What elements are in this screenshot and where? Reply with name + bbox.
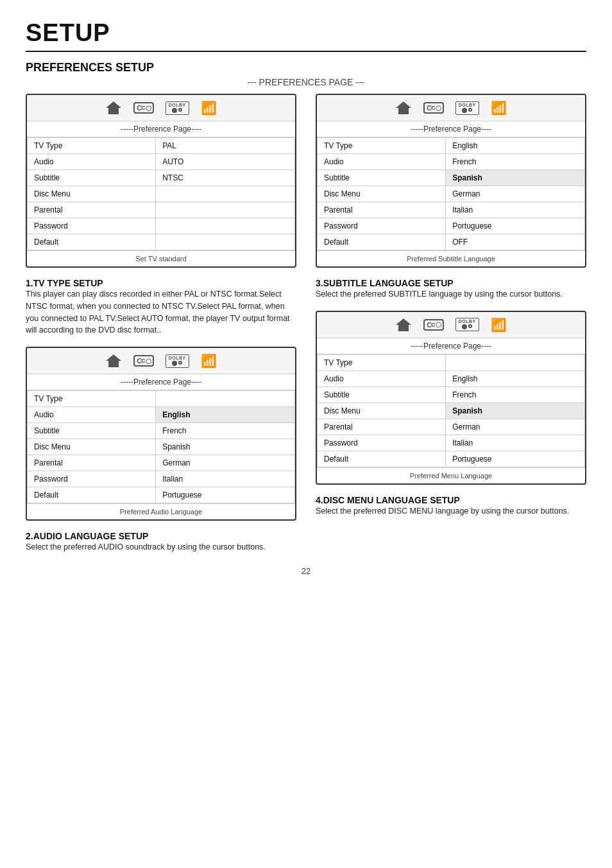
- table-row: Audio French: [318, 154, 585, 170]
- value-default: OFF: [446, 234, 585, 250]
- screen4-table: TV Type Audio English Subtitle French Di…: [317, 354, 585, 467]
- screen4: CC ◯ DOLBY 📶 -----Preference Page---- TV…: [316, 311, 586, 485]
- home-icon: [105, 354, 122, 368]
- value-audio: French: [446, 154, 585, 170]
- value-discmenu: Spanish: [156, 439, 295, 455]
- svg-marker-1: [106, 354, 121, 367]
- cc-icon: CC ◯: [423, 319, 443, 331]
- svg-marker-3: [396, 318, 411, 331]
- cc-icon: CC ◯: [423, 102, 443, 114]
- page-number: 22: [26, 566, 586, 576]
- value-tvtype: PAL: [156, 138, 295, 154]
- label-subtitle: Subtitle: [318, 386, 446, 403]
- value-subtitle: French: [156, 423, 295, 439]
- section3-title: 3.SUBTITLE LANGUAGE SETUP: [316, 278, 586, 288]
- table-row: Disc Menu Spanish: [28, 439, 295, 455]
- label-parental: Parental: [318, 419, 446, 435]
- section1: 1.TV TYPE SETUP This player can play dis…: [26, 278, 296, 336]
- label-tvtype: TV Type: [318, 354, 446, 370]
- label-discmenu: Disc Menu: [28, 439, 156, 455]
- value-default: Portuguese: [156, 487, 295, 503]
- table-row: TV Type PAL: [28, 138, 295, 154]
- table-row: Password Portuguese: [318, 218, 585, 234]
- label-discmenu: Disc Menu: [318, 186, 446, 202]
- value-default: Portuguese: [446, 451, 585, 467]
- home-icon: [395, 101, 412, 115]
- table-row: Default OFF: [318, 234, 585, 250]
- screen2-footer: Preferred Subtitle Language: [317, 250, 585, 266]
- screen3-header: -----Preference Page----: [27, 374, 295, 390]
- table-row: TV Type: [28, 391, 295, 407]
- label-discmenu: Disc Menu: [318, 403, 446, 419]
- title-divider: [26, 51, 586, 52]
- remote-icon: 📶: [491, 100, 507, 116]
- home-icon: [105, 101, 122, 115]
- value-password: Portuguese: [446, 218, 585, 234]
- value-password: Italian: [446, 435, 585, 451]
- label-default: Default: [28, 234, 156, 250]
- table-row: TV Type English: [318, 138, 585, 154]
- value-subtitle: Spanish: [446, 170, 585, 186]
- cc-icon: CC ◯: [133, 102, 153, 114]
- remote-icon: 📶: [201, 100, 217, 116]
- table-row: Password Italian: [318, 435, 585, 451]
- home-icon: [395, 318, 412, 332]
- label-audio: Audio: [28, 154, 156, 170]
- value-audio: English: [446, 370, 585, 386]
- value-discmenu: Spanish: [446, 403, 585, 419]
- value-default: [156, 234, 295, 250]
- screen3-table: TV Type Audio English Subtitle French Di…: [27, 390, 295, 503]
- table-row: Subtitle Spanish: [318, 170, 585, 186]
- label-password: Password: [28, 471, 156, 487]
- dolby-icon: DOLBY: [166, 354, 189, 368]
- table-row: Audio English: [318, 370, 585, 386]
- table-row: Audio English: [28, 407, 295, 423]
- label-subtitle: Subtitle: [28, 170, 156, 186]
- table-row: Parental German: [318, 419, 585, 435]
- table-row: Password Italian: [28, 471, 295, 487]
- section2-body: Select the preferred AUDIO soundtrack by…: [26, 541, 296, 553]
- value-parental: [156, 202, 295, 218]
- label-password: Password: [318, 435, 446, 451]
- section1-body: This player can play discs recorded in e…: [26, 288, 296, 336]
- label-password: Password: [28, 218, 156, 234]
- section3: 3.SUBTITLE LANGUAGE SETUP Select the pre…: [316, 278, 586, 300]
- screen1-footer: Set TV standard: [27, 250, 295, 266]
- value-password: Italian: [156, 471, 295, 487]
- label-subtitle: Subtitle: [28, 423, 156, 439]
- value-tvtype: [446, 354, 585, 370]
- table-row: Subtitle French: [28, 423, 295, 439]
- dolby-icon: DOLBY: [455, 318, 479, 331]
- remote-icon: 📶: [491, 317, 507, 333]
- section1-title: 1.TV TYPE SETUP: [26, 278, 296, 288]
- screen3-footer: Preferred Audio Language: [27, 503, 295, 519]
- table-row: Audio AUTO: [28, 154, 295, 170]
- table-row: Disc Menu: [28, 186, 295, 202]
- value-subtitle: NTSC: [156, 170, 295, 186]
- screen1: CC ◯ DOLBY 📶 -----Preference Page---- TV…: [26, 94, 296, 268]
- svg-marker-0: [106, 101, 121, 114]
- value-tvtype: [156, 391, 295, 407]
- screen3: CC ◯ DOLBY 📶 -----Preference Page---- TV…: [26, 347, 296, 521]
- table-row: Subtitle French: [318, 386, 585, 403]
- label-default: Default: [28, 487, 156, 503]
- screen2: CC ◯ DOLBY 📶 -----Preference Page---- TV…: [316, 94, 586, 268]
- value-discmenu: German: [446, 186, 585, 202]
- section4-title: 4.DISC MENU LANGUAGE SETUP: [316, 495, 586, 505]
- label-audio: Audio: [318, 370, 446, 386]
- screen4-footer: Preferred Menu Language: [317, 467, 585, 483]
- screen4-icons: CC ◯ DOLBY 📶: [317, 312, 585, 338]
- value-discmenu: [156, 186, 295, 202]
- value-tvtype: English: [446, 138, 585, 154]
- screen1-header: -----Preference Page----: [27, 121, 295, 137]
- table-row: Parental German: [28, 455, 295, 471]
- label-discmenu: Disc Menu: [28, 186, 156, 202]
- value-subtitle: French: [446, 386, 585, 403]
- label-parental: Parental: [28, 455, 156, 471]
- dolby-icon: DOLBY: [166, 101, 189, 115]
- svg-marker-2: [396, 101, 411, 114]
- cc-icon: CC ◯: [133, 355, 153, 367]
- label-tvtype: TV Type: [318, 138, 446, 154]
- screen2-table: TV Type English Audio French Subtitle Sp…: [317, 137, 585, 250]
- section3-body: Select the preferred SUBTITLE language b…: [316, 288, 586, 300]
